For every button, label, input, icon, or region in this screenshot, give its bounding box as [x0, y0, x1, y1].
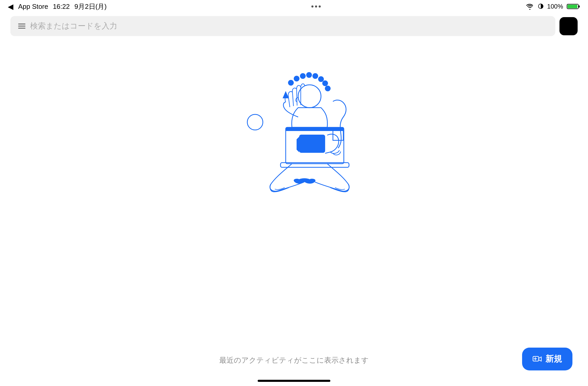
svg-point-7 — [300, 73, 306, 79]
search-bar[interactable]: 検索またはコードを入力 — [10, 16, 555, 36]
search-bar-container: 検索またはコードを入力 — [0, 13, 588, 39]
illustration-area — [221, 60, 367, 195]
svg-point-10 — [318, 76, 324, 82]
svg-point-3 — [247, 114, 263, 130]
status-bar-center — [311, 5, 321, 8]
status-bar: ◀ App Store 16:22 9月2日(月) 100% — [0, 0, 588, 13]
home-indicator — [258, 380, 330, 382]
svg-point-5 — [288, 80, 294, 86]
new-button-label: 新規 — [545, 353, 562, 365]
svg-point-11 — [322, 80, 328, 86]
battery-label: 100% — [547, 3, 563, 10]
status-bar-right: 100% — [525, 3, 580, 10]
svg-rect-1 — [568, 5, 577, 8]
dot-3 — [319, 5, 321, 8]
search-placeholder: 検索またはコードを入力 — [30, 21, 548, 31]
status-bar-left: ◀ App Store 16:22 9月2日(月) — [8, 2, 107, 11]
video-plus-icon — [532, 354, 542, 364]
new-button[interactable]: 新規 — [522, 348, 572, 370]
moon-icon — [538, 3, 544, 10]
svg-rect-18 — [299, 135, 325, 153]
svg-rect-16 — [286, 127, 344, 131]
empty-state-text: 最近のアクティビティがここに表示されます — [219, 355, 369, 365]
main-content — [0, 39, 588, 195]
date-label: 9月2日(月) — [74, 2, 107, 11]
app-store-label: App Store — [18, 3, 48, 11]
time-label: 16:22 — [53, 3, 70, 11]
svg-point-14 — [298, 85, 321, 108]
bottom-bar: 最近のアクティビティがここに表示されます — [0, 355, 588, 365]
svg-point-12 — [325, 86, 331, 91]
dot-2 — [315, 5, 317, 8]
wifi-icon — [525, 3, 534, 10]
empty-state-illustration — [221, 60, 367, 195]
svg-rect-2 — [578, 5, 580, 8]
back-arrow-icon[interactable]: ◀ — [8, 2, 13, 11]
user-avatar[interactable] — [559, 17, 578, 35]
hamburger-icon — [18, 24, 25, 29]
dot-1 — [311, 5, 313, 8]
svg-point-6 — [294, 76, 299, 81]
svg-point-9 — [312, 73, 318, 79]
svg-point-8 — [306, 72, 312, 78]
battery-icon — [567, 3, 580, 10]
